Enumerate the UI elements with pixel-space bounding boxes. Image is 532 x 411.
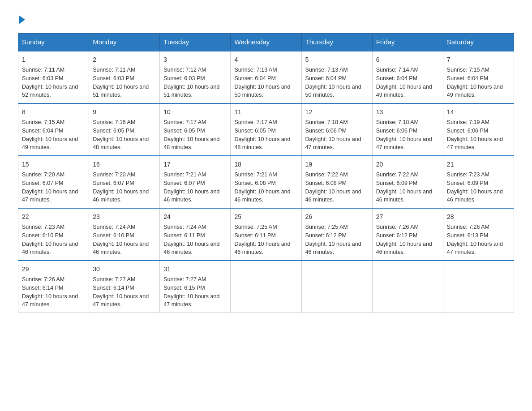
day-sunset: Sunset: 6:14 PM — [93, 285, 134, 291]
day-sunset: Sunset: 6:05 PM — [234, 128, 275, 134]
logo — [18, 13, 25, 24]
calendar-day-cell: 25 Sunrise: 7:25 AM Sunset: 6:11 PM Dayl… — [231, 208, 301, 261]
day-daylight: Daylight: 10 hours and 46 minutes. — [93, 188, 149, 203]
day-number: 16 — [93, 160, 156, 169]
day-daylight: Daylight: 10 hours and 46 minutes. — [22, 241, 78, 256]
day-number: 12 — [305, 107, 369, 117]
day-number: 5 — [305, 55, 369, 64]
calendar-day-cell: 9 Sunrise: 7:16 AM Sunset: 6:05 PM Dayli… — [89, 103, 160, 156]
day-number: 23 — [93, 212, 156, 222]
calendar-day-cell: 5 Sunrise: 7:13 AM Sunset: 6:04 PM Dayli… — [301, 51, 372, 104]
calendar-day-cell: 30 Sunrise: 7:27 AM Sunset: 6:14 PM Dayl… — [89, 261, 160, 313]
day-daylight: Daylight: 10 hours and 52 minutes. — [22, 84, 78, 98]
day-number: 11 — [234, 107, 297, 117]
calendar-day-cell — [231, 261, 301, 313]
day-sunset: Sunset: 6:12 PM — [305, 232, 347, 239]
day-sunset: Sunset: 6:13 PM — [447, 232, 488, 239]
day-sunset: Sunset: 6:04 PM — [376, 75, 417, 81]
day-sunrise: Sunrise: 7:18 AM — [376, 119, 419, 125]
calendar-day-cell: 31 Sunrise: 7:27 AM Sunset: 6:15 PM Dayl… — [160, 261, 231, 313]
day-sunset: Sunset: 6:09 PM — [376, 180, 417, 186]
day-sunrise: Sunrise: 7:21 AM — [234, 171, 277, 178]
day-number: 26 — [305, 212, 369, 222]
day-sunrise: Sunrise: 7:27 AM — [163, 276, 206, 283]
day-number: 29 — [22, 265, 85, 274]
calendar-day-cell: 10 Sunrise: 7:17 AM Sunset: 6:05 PM Dayl… — [160, 103, 231, 156]
calendar-day-cell: 22 Sunrise: 7:23 AM Sunset: 6:10 PM Dayl… — [18, 208, 89, 261]
day-daylight: Daylight: 10 hours and 46 minutes. — [305, 188, 361, 203]
day-sunset: Sunset: 6:04 PM — [305, 75, 347, 81]
page-header — [18, 13, 514, 24]
day-number: 17 — [163, 160, 227, 169]
day-sunrise: Sunrise: 7:11 AM — [22, 67, 64, 73]
calendar-day-cell: 4 Sunrise: 7:13 AM Sunset: 6:04 PM Dayli… — [231, 51, 301, 104]
day-daylight: Daylight: 10 hours and 48 minutes. — [163, 136, 219, 151]
day-number: 21 — [447, 160, 510, 169]
calendar-day-header: Monday — [89, 34, 160, 51]
day-sunset: Sunset: 6:11 PM — [234, 232, 275, 239]
day-number: 25 — [234, 212, 297, 222]
day-number: 31 — [163, 265, 227, 274]
calendar-day-cell — [443, 261, 514, 313]
calendar-day-cell: 6 Sunrise: 7:14 AM Sunset: 6:04 PM Dayli… — [372, 51, 443, 104]
day-sunset: Sunset: 6:05 PM — [93, 128, 134, 134]
calendar-day-header: Sunday — [18, 34, 89, 51]
day-sunrise: Sunrise: 7:20 AM — [93, 171, 135, 178]
day-number: 27 — [376, 212, 439, 222]
calendar-day-cell: 20 Sunrise: 7:22 AM Sunset: 6:09 PM Dayl… — [372, 156, 443, 208]
day-daylight: Daylight: 10 hours and 47 minutes. — [22, 293, 78, 308]
day-sunrise: Sunrise: 7:23 AM — [22, 224, 64, 230]
day-sunset: Sunset: 6:10 PM — [93, 232, 134, 239]
day-sunrise: Sunrise: 7:22 AM — [305, 171, 348, 178]
day-number: 9 — [93, 107, 156, 117]
day-number: 7 — [447, 55, 510, 64]
calendar-day-header: Thursday — [301, 34, 372, 51]
day-sunrise: Sunrise: 7:13 AM — [305, 67, 348, 73]
day-daylight: Daylight: 10 hours and 50 minutes. — [305, 84, 361, 98]
day-daylight: Daylight: 10 hours and 47 minutes. — [447, 241, 503, 256]
calendar-day-cell: 21 Sunrise: 7:23 AM Sunset: 6:09 PM Dayl… — [443, 156, 514, 208]
day-daylight: Daylight: 10 hours and 46 minutes. — [447, 188, 503, 203]
calendar-day-header: Wednesday — [231, 34, 301, 51]
calendar-day-cell — [301, 261, 372, 313]
calendar-week-row: 8 Sunrise: 7:15 AM Sunset: 6:04 PM Dayli… — [18, 103, 514, 156]
day-sunset: Sunset: 6:11 PM — [163, 232, 205, 239]
day-sunrise: Sunrise: 7:26 AM — [376, 224, 419, 230]
day-sunset: Sunset: 6:06 PM — [447, 128, 488, 134]
day-sunset: Sunset: 6:15 PM — [163, 285, 205, 291]
calendar-day-cell: 15 Sunrise: 7:20 AM Sunset: 6:07 PM Dayl… — [18, 156, 89, 208]
day-sunrise: Sunrise: 7:22 AM — [376, 171, 419, 178]
calendar-day-cell: 17 Sunrise: 7:21 AM Sunset: 6:07 PM Dayl… — [160, 156, 231, 208]
day-sunrise: Sunrise: 7:26 AM — [447, 224, 489, 230]
day-sunrise: Sunrise: 7:26 AM — [22, 276, 64, 283]
day-sunrise: Sunrise: 7:25 AM — [305, 224, 348, 230]
calendar-day-cell: 27 Sunrise: 7:26 AM Sunset: 6:12 PM Dayl… — [372, 208, 443, 261]
calendar-day-cell: 3 Sunrise: 7:12 AM Sunset: 6:03 PM Dayli… — [160, 51, 231, 104]
calendar-day-cell: 7 Sunrise: 7:15 AM Sunset: 6:04 PM Dayli… — [443, 51, 514, 104]
day-number: 1 — [22, 55, 85, 64]
calendar-day-cell: 19 Sunrise: 7:22 AM Sunset: 6:08 PM Dayl… — [301, 156, 372, 208]
day-sunset: Sunset: 6:14 PM — [22, 285, 63, 291]
day-sunset: Sunset: 6:09 PM — [447, 180, 488, 186]
day-sunrise: Sunrise: 7:19 AM — [447, 119, 489, 125]
day-sunrise: Sunrise: 7:11 AM — [93, 67, 135, 73]
day-sunset: Sunset: 6:04 PM — [234, 75, 275, 81]
day-daylight: Daylight: 10 hours and 47 minutes. — [376, 136, 432, 151]
day-number: 22 — [22, 212, 85, 222]
day-sunset: Sunset: 6:08 PM — [234, 180, 275, 186]
calendar-day-cell: 26 Sunrise: 7:25 AM Sunset: 6:12 PM Dayl… — [301, 208, 372, 261]
day-sunset: Sunset: 6:03 PM — [93, 75, 134, 81]
day-daylight: Daylight: 10 hours and 47 minutes. — [163, 293, 219, 308]
day-sunrise: Sunrise: 7:25 AM — [234, 224, 277, 230]
day-daylight: Daylight: 10 hours and 46 minutes. — [234, 188, 290, 203]
day-daylight: Daylight: 10 hours and 47 minutes. — [305, 136, 361, 151]
day-sunrise: Sunrise: 7:16 AM — [93, 119, 135, 125]
day-daylight: Daylight: 10 hours and 46 minutes. — [376, 188, 432, 203]
day-sunset: Sunset: 6:04 PM — [447, 75, 488, 81]
day-sunset: Sunset: 6:07 PM — [163, 180, 205, 186]
day-number: 13 — [376, 107, 439, 117]
day-daylight: Daylight: 10 hours and 49 minutes. — [447, 84, 503, 98]
day-sunrise: Sunrise: 7:17 AM — [234, 119, 277, 125]
day-number: 15 — [22, 160, 85, 169]
day-sunrise: Sunrise: 7:20 AM — [22, 171, 64, 178]
